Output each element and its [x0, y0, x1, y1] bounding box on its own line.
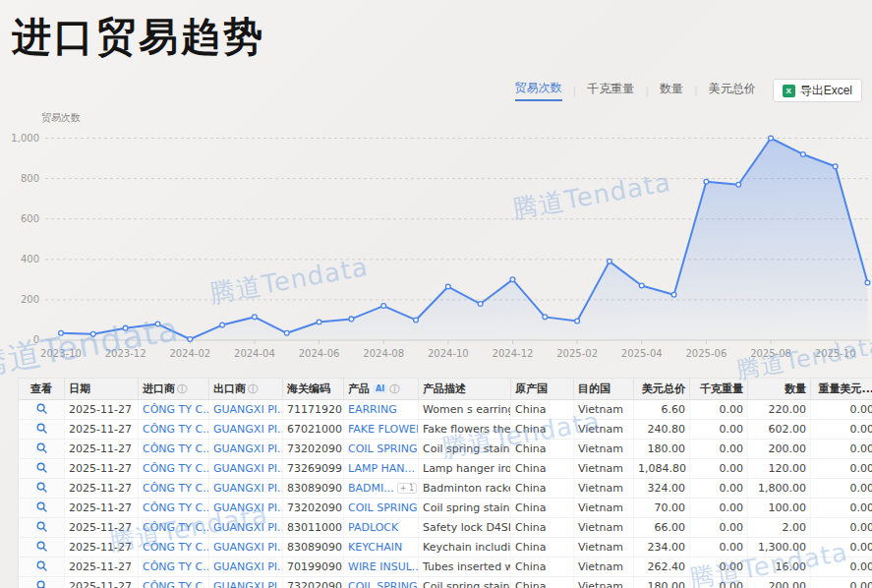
- more-products-badge[interactable]: + 1: [397, 483, 417, 494]
- data-point[interactable]: [90, 331, 95, 336]
- cell-importer[interactable]: CÔNG TY C...: [143, 403, 209, 416]
- info-icon[interactable]: ⓘ: [389, 383, 399, 394]
- export-excel-button[interactable]: X导出Excel: [773, 79, 862, 102]
- cell-product[interactable]: LAMP HAN...: [348, 462, 415, 475]
- data-point[interactable]: [445, 284, 450, 289]
- view-detail-icon[interactable]: [36, 541, 47, 552]
- cell-wrap-usd_per_kg: 0.00: [811, 479, 872, 499]
- data-point[interactable]: [736, 182, 741, 187]
- data-point[interactable]: [865, 280, 870, 285]
- data-point[interactable]: [381, 304, 386, 309]
- cell-exporter[interactable]: GUANGXI PI...: [213, 560, 283, 573]
- cell-wrap-importer: CÔNG TY C...: [139, 400, 209, 420]
- cell-exporter[interactable]: GUANGXI PI...: [213, 541, 283, 554]
- cell-exporter[interactable]: GUANGXI PI...: [213, 580, 283, 588]
- view-detail-icon[interactable]: [36, 462, 47, 473]
- cell-wrap-exporter: GUANGXI PI...: [209, 420, 283, 440]
- view-detail-icon[interactable]: [36, 560, 47, 571]
- cell-date: 2025-11-27: [69, 560, 132, 573]
- cell-product[interactable]: FAKE FLOWER: [348, 423, 419, 436]
- cell-importer[interactable]: CÔNG TY C...: [143, 501, 209, 514]
- cell-wrap-desc: Coil spring stainless...: [419, 499, 511, 518]
- cell-exporter[interactable]: GUANGXI PI...: [213, 442, 283, 455]
- data-point[interactable]: [284, 330, 289, 335]
- data-point[interactable]: [253, 315, 258, 320]
- cell-qty: 1,800.00: [758, 482, 806, 495]
- cell-product[interactable]: KEYCHAIN: [348, 541, 402, 554]
- tab-metric-3[interactable]: 美元总价: [709, 81, 756, 100]
- cell-exporter[interactable]: GUANGXI PI...: [213, 521, 283, 534]
- cell-importer[interactable]: CÔNG TY C...: [143, 423, 209, 436]
- data-point[interactable]: [59, 330, 64, 335]
- view-cell: [19, 420, 65, 440]
- cell-desc: Badminton racket a...: [423, 482, 511, 495]
- cell-wrap-origin: China: [511, 440, 574, 459]
- view-detail-icon[interactable]: [36, 580, 47, 588]
- data-point[interactable]: [349, 317, 354, 322]
- cell-date: 2025-11-27: [69, 403, 132, 416]
- data-point[interactable]: [639, 283, 644, 288]
- cell-product[interactable]: COIL SPRING: [348, 501, 417, 514]
- cell-wrap-kg: 0.00: [690, 459, 748, 479]
- cell-product[interactable]: COIL SPRING: [348, 442, 417, 455]
- data-point[interactable]: [671, 292, 676, 297]
- cell-exporter[interactable]: GUANGXI PI...: [213, 403, 283, 416]
- cell-exporter[interactable]: GUANGXI PI...: [213, 482, 283, 495]
- data-point[interactable]: [317, 320, 321, 324]
- info-icon[interactable]: ⓘ: [177, 383, 187, 394]
- data-point[interactable]: [123, 325, 128, 330]
- cell-exporter[interactable]: GUANGXI PI...: [213, 501, 283, 514]
- cell-importer[interactable]: CÔNG TY C...: [143, 442, 209, 455]
- view-detail-icon[interactable]: [36, 482, 47, 493]
- data-point[interactable]: [510, 277, 515, 282]
- cell-importer[interactable]: CÔNG TY C...: [143, 541, 209, 554]
- data-point[interactable]: [833, 164, 838, 169]
- cell-dest: Vietnam: [578, 580, 623, 588]
- data-point[interactable]: [188, 337, 193, 342]
- cell-product[interactable]: COIL SPRING: [348, 580, 417, 588]
- cell-qty: 100.00: [769, 501, 807, 514]
- cell-qty: 220.00: [769, 403, 807, 416]
- col-header-label-product: 产品: [348, 382, 370, 395]
- cell-hscode: 83089090: [287, 541, 342, 554]
- view-detail-icon[interactable]: [36, 442, 47, 453]
- tab-metric-2[interactable]: 数量: [660, 81, 683, 100]
- view-detail-icon[interactable]: [36, 521, 47, 532]
- table-row: 2025-11-27CÔNG TY C...GUANGXI PI...73202…: [19, 577, 872, 588]
- x-tick-label: 2025-08: [750, 348, 791, 359]
- cell-qty: 602.00: [769, 423, 807, 436]
- cell-dest: Vietnam: [578, 423, 623, 436]
- cell-product[interactable]: WIRE INSUL...: [348, 560, 419, 573]
- cell-kg: 0.00: [720, 580, 744, 588]
- cell-product[interactable]: BADMI...: [348, 482, 394, 495]
- data-point[interactable]: [704, 179, 709, 184]
- view-detail-icon[interactable]: [36, 423, 47, 434]
- data-point[interactable]: [608, 259, 612, 264]
- cell-wrap-desc: Coil spring stainless...: [419, 440, 511, 459]
- cell-wrap-origin: China: [511, 558, 574, 577]
- cell-importer[interactable]: CÔNG TY C...: [143, 580, 209, 588]
- info-icon[interactable]: ⓘ: [248, 383, 258, 394]
- tab-metric-0[interactable]: 贸易次数: [515, 80, 562, 101]
- data-point[interactable]: [769, 136, 774, 141]
- cell-importer[interactable]: CÔNG TY C...: [143, 521, 209, 534]
- data-point[interactable]: [575, 319, 580, 323]
- cell-exporter[interactable]: GUANGXI PI...: [213, 462, 283, 475]
- data-point[interactable]: [220, 323, 225, 327]
- cell-usd_per_kg: 0.00: [850, 560, 872, 573]
- data-point[interactable]: [155, 322, 160, 326]
- cell-importer[interactable]: CÔNG TY C...: [143, 482, 209, 495]
- data-point[interactable]: [800, 152, 805, 157]
- cell-importer[interactable]: CÔNG TY C...: [143, 560, 209, 573]
- tab-metric-1[interactable]: 千克重量: [587, 81, 634, 100]
- data-point[interactable]: [543, 315, 548, 320]
- view-detail-icon[interactable]: [36, 403, 47, 414]
- data-point[interactable]: [414, 318, 419, 323]
- cell-exporter[interactable]: GUANGXI PI...: [213, 423, 283, 436]
- col-header-label-usd: 美元总价: [642, 382, 685, 395]
- view-detail-icon[interactable]: [36, 501, 47, 512]
- data-point[interactable]: [478, 302, 483, 307]
- cell-product[interactable]: EARRING: [348, 403, 397, 416]
- cell-product[interactable]: PADLOCK: [348, 521, 398, 534]
- cell-importer[interactable]: CÔNG TY C...: [143, 462, 209, 475]
